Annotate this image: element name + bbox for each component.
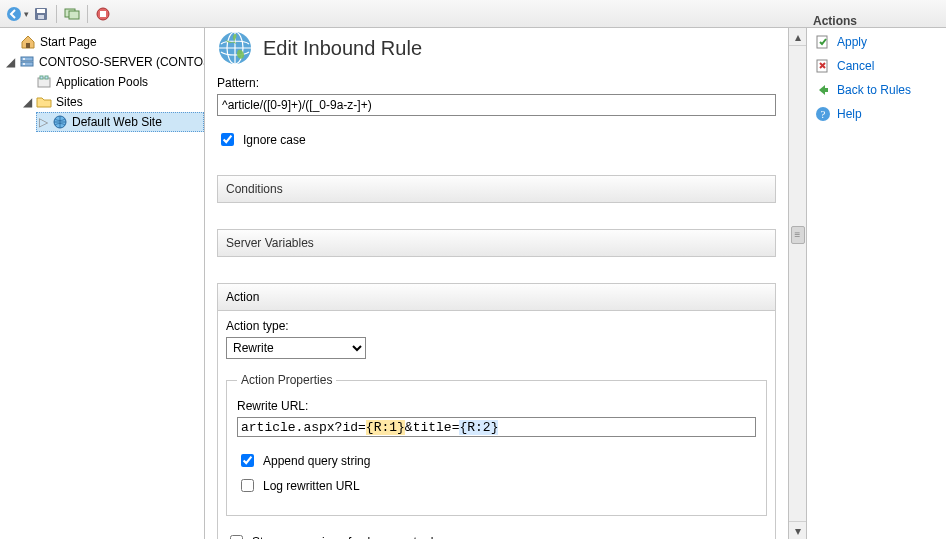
tree-label: Application Pools [56, 73, 148, 91]
apply-label: Apply [837, 35, 867, 49]
tree-label: CONTOSO-SERVER (CONTOS [39, 53, 205, 71]
apply-action[interactable]: Apply [813, 30, 940, 54]
log-rewritten-url-checkbox[interactable]: Log rewritten URL [237, 476, 756, 495]
scroll-down-icon[interactable]: ▾ [789, 521, 806, 539]
rewrite-url-input[interactable]: article.aspx?id={R:1}&title={R:2} [237, 417, 756, 437]
collapse-icon[interactable]: ◢ [6, 53, 15, 71]
back-to-rules-action[interactable]: Back to Rules [813, 78, 940, 102]
scroll-up-icon[interactable]: ▴ [789, 28, 806, 46]
actions-panel-title: Actions [813, 14, 857, 28]
toolbar-separator [87, 5, 88, 23]
back-ref-1: {R:1} [366, 420, 405, 435]
help-label: Help [837, 107, 862, 121]
stop-processing-checkbox[interactable]: Stop processing of subsequent rules [226, 532, 767, 539]
help-action[interactable]: ? Help [813, 102, 940, 126]
server-icon [19, 54, 35, 70]
page-title: Edit Inbound Rule [263, 37, 422, 60]
ignore-case-label: Ignore case [243, 133, 306, 147]
tree-default-web-site[interactable]: ▷ Default Web Site [36, 112, 204, 132]
pattern-label: Pattern: [217, 76, 776, 90]
back-label: Back to Rules [837, 83, 911, 97]
append-query-string-checkbox[interactable]: Append query string [237, 451, 756, 470]
action-properties-legend: Action Properties [237, 373, 336, 387]
tree-server-node[interactable]: ◢ CONTOSO-SERVER (CONTOS [4, 52, 204, 72]
cancel-label: Cancel [837, 59, 874, 73]
log-url-label: Log rewritten URL [263, 479, 360, 493]
svg-rect-2 [37, 9, 45, 13]
append-qs-label: Append query string [263, 454, 370, 468]
rewrite-text: &title= [405, 420, 460, 435]
svg-rect-9 [21, 57, 33, 61]
help-icon: ? [815, 106, 831, 122]
svg-point-11 [23, 58, 25, 60]
app-pools-icon [36, 74, 52, 90]
action-type-label: Action type: [226, 319, 767, 333]
stop-button[interactable] [93, 4, 113, 24]
back-arrow-icon [815, 82, 831, 98]
action-section-header: Action [218, 284, 775, 311]
connections-tree-panel: Start Page ◢ CONTOSO-SERVER (CONTOS [0, 28, 205, 539]
globe-large-icon [217, 30, 253, 66]
refresh-all-button[interactable] [62, 4, 82, 24]
toolbar-separator [56, 5, 57, 23]
server-variables-section-header[interactable]: Server Variables [217, 229, 776, 257]
collapse-icon[interactable]: ◢ [22, 93, 32, 111]
tree-sites[interactable]: ◢ Sites [20, 92, 204, 112]
action-properties-group: Action Properties Rewrite URL: article.a… [226, 373, 767, 516]
toolbar: Connections ▾ [0, 0, 946, 28]
svg-rect-7 [100, 11, 106, 17]
cancel-action[interactable]: Cancel [813, 54, 940, 78]
svg-rect-5 [69, 11, 79, 19]
tree-start-page[interactable]: Start Page [4, 32, 204, 52]
tree-app-pools[interactable]: Application Pools [20, 72, 204, 92]
folder-icon [36, 94, 52, 110]
svg-point-12 [23, 63, 25, 65]
nav-dropdown-icon[interactable]: ▾ [24, 9, 29, 19]
svg-rect-14 [40, 76, 43, 79]
form-area: Edit Inbound Rule Pattern: Ignore case C… [205, 28, 788, 539]
append-qs-box[interactable] [241, 454, 254, 467]
vertical-scrollbar[interactable]: ▴ ▾ [788, 28, 806, 539]
svg-rect-10 [21, 62, 33, 66]
cancel-icon [815, 58, 831, 74]
svg-rect-15 [45, 76, 48, 79]
ignore-case-checkbox[interactable]: Ignore case [217, 130, 776, 149]
svg-rect-8 [26, 43, 30, 48]
tree-label: Start Page [40, 33, 97, 51]
svg-rect-19 [817, 36, 827, 48]
apply-icon [815, 34, 831, 50]
stop-processing-box[interactable] [230, 535, 243, 539]
svg-text:?: ? [821, 108, 826, 120]
save-button[interactable] [31, 4, 51, 24]
pattern-input[interactable] [217, 94, 776, 116]
server-tree[interactable]: Start Page ◢ CONTOSO-SERVER (CONTOS [0, 32, 204, 132]
globe-icon [52, 114, 68, 130]
expand-icon[interactable]: ▷ [38, 113, 48, 131]
rewrite-url-label: Rewrite URL: [237, 399, 756, 413]
tree-label: Sites [56, 93, 83, 111]
stop-processing-label: Stop processing of subsequent rules [252, 535, 446, 540]
rewrite-text: article.aspx?id= [241, 420, 366, 435]
svg-rect-21 [824, 88, 828, 92]
svg-point-0 [7, 7, 21, 21]
log-url-box[interactable] [241, 479, 254, 492]
ignore-case-box[interactable] [221, 133, 234, 146]
action-section: Action Action type: Rewrite Action Prope… [217, 283, 776, 539]
back-ref-2: {R:2} [459, 420, 498, 435]
nav-back-button[interactable] [4, 4, 24, 24]
home-icon [20, 34, 36, 50]
scroll-thumb[interactable] [791, 226, 805, 244]
conditions-section-header[interactable]: Conditions [217, 175, 776, 203]
action-type-select[interactable]: Rewrite [226, 337, 366, 359]
svg-rect-3 [38, 15, 44, 19]
actions-panel: Actions Apply Cancel Back to Rules ? Hel… [806, 28, 946, 539]
tree-label: Default Web Site [72, 113, 162, 131]
